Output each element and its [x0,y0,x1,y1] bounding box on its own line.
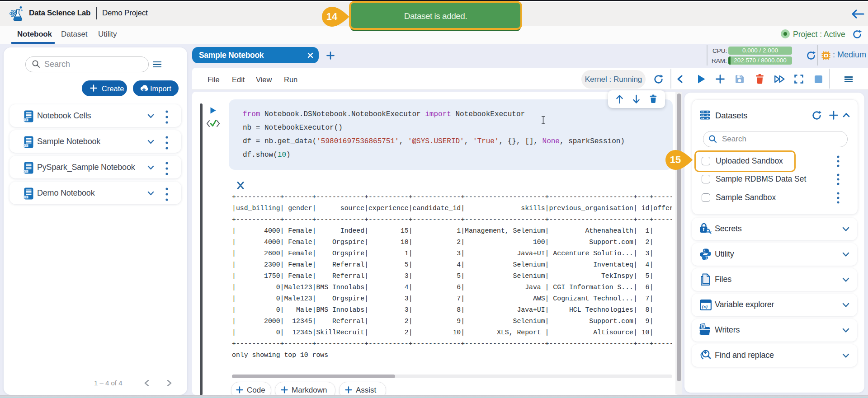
svg-text:(x): (x) [702,304,708,309]
svg-text:14: 14 [326,11,338,22]
svg-text:15: 15 [670,154,681,165]
